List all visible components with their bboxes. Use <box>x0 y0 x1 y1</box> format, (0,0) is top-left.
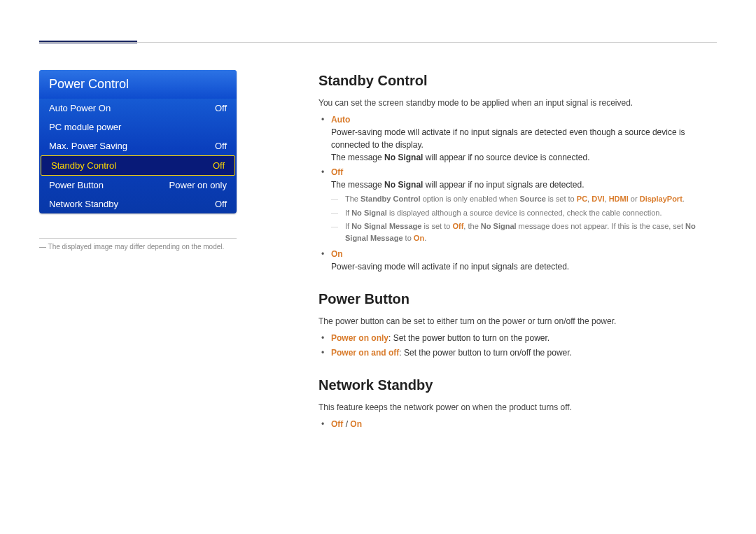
menu-panel: Power Control Auto Power On Off PC modul… <box>39 70 237 213</box>
menu-item-value: Power on only <box>169 180 227 190</box>
bullet-on: On Power-saving mode will activate if no… <box>331 248 717 273</box>
dash-note-3: If No Signal Message is set to Off, the … <box>345 220 717 244</box>
menu-item-label: Network Standby <box>49 199 118 209</box>
menu-item-label: Standby Control <box>51 160 116 171</box>
bullet-power-on-and-off: Power on and off: Set the power button t… <box>331 346 717 359</box>
menu-item-pc-module-power[interactable]: PC module power <box>39 118 237 136</box>
label-on: On <box>331 249 343 259</box>
auto-desc-2: The message No Signal will appear if no … <box>331 151 717 164</box>
menu-item-value: Off <box>215 141 227 151</box>
menu-footnote: ― The displayed image may differ dependi… <box>39 238 237 251</box>
auto-desc-1: Power-saving mode will activate if no in… <box>331 126 717 151</box>
footnote-text: The displayed image may differ depending… <box>48 243 225 251</box>
bullet-power-on-only: Power on only: Set the power button to t… <box>331 332 717 344</box>
content-area: Standby Control You can set the screen s… <box>318 70 717 446</box>
label-off: Off <box>331 167 343 177</box>
bullet-off: Off The message No Signal will appear if… <box>331 166 717 244</box>
header-divider <box>39 42 717 43</box>
heading-power-button: Power Button <box>318 288 717 309</box>
dash-note-1: The Standby Control option is only enabl… <box>345 193 717 205</box>
menu-item-standby-control[interactable]: Standby Control Off <box>41 155 235 176</box>
net-intro: This feature keeps the network power on … <box>318 401 717 414</box>
section-power-button: Power Button The power button can be set… <box>318 288 717 359</box>
menu-item-network-standby[interactable]: Network Standby Off <box>39 195 237 213</box>
menu-item-value: Off <box>215 199 227 209</box>
label-auto: Auto <box>331 115 350 125</box>
on-desc: Power-saving mode will activate if no in… <box>331 260 717 273</box>
menu-item-max-power-saving[interactable]: Max. Power Saving Off <box>39 136 237 155</box>
section-network-standby: Network Standby This feature keeps the n… <box>318 374 717 430</box>
standby-intro: You can set the screen standby mode to b… <box>318 97 717 109</box>
dash-note-2: If No Signal is displayed although a sou… <box>345 207 717 219</box>
menu-item-value: Off <box>213 160 225 171</box>
menu-item-power-button[interactable]: Power Button Power on only <box>39 176 237 195</box>
bullet-auto: Auto Power-saving mode will activate if … <box>331 113 717 164</box>
heading-network-standby: Network Standby <box>318 374 717 395</box>
menu-title: Power Control <box>39 70 237 99</box>
menu-item-label: Auto Power On <box>49 103 111 113</box>
bullet-net-options: Off / On <box>331 418 717 430</box>
section-standby-control: Standby Control You can set the screen s… <box>318 70 717 273</box>
footnote-dash: ― <box>39 243 46 251</box>
heading-standby-control: Standby Control <box>318 70 717 91</box>
menu-item-label: Power Button <box>49 180 104 190</box>
menu-item-auto-power-on[interactable]: Auto Power On Off <box>39 99 237 118</box>
powerbtn-intro: The power button can be set to either tu… <box>318 315 717 328</box>
menu-item-label: PC module power <box>49 122 121 132</box>
menu-item-label: Max. Power Saving <box>49 141 127 151</box>
menu-item-value: Off <box>215 103 227 113</box>
off-desc: The message No Signal will appear if no … <box>331 178 717 191</box>
